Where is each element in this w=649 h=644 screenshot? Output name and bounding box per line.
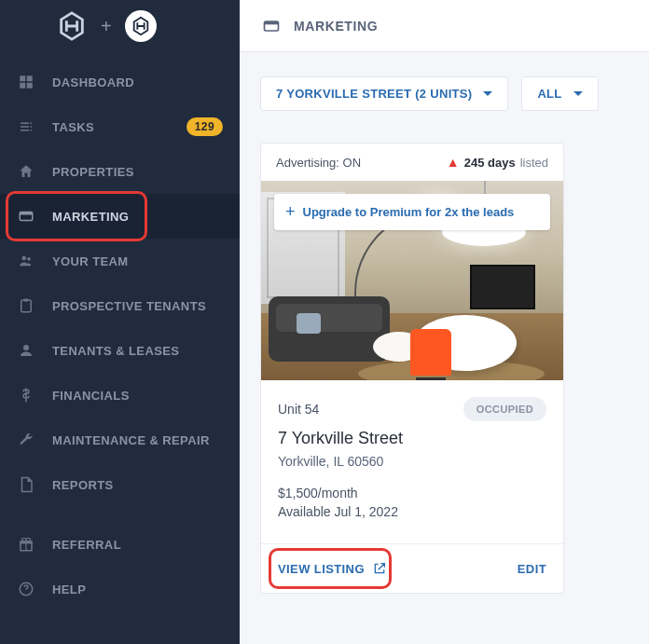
listing-photo: + Upgrade to Premium for 2x the leads <box>261 181 563 380</box>
sidebar-item-label: MAINTENANCE & REPAIR <box>52 433 210 447</box>
logo-area: + <box>0 0 240 52</box>
upgrade-label: Upgrade to Premium for 2x the leads <box>303 205 515 219</box>
sidebar-item-prospective-tenants[interactable]: PROSPECTIVE TENANTS <box>0 283 240 328</box>
team-icon <box>17 252 35 270</box>
gift-icon <box>17 535 35 554</box>
svg-rect-0 <box>20 75 25 81</box>
main-area: MARKETING 7 YORKVILLE STREET (2 UNITS) A… <box>240 0 649 644</box>
edit-button[interactable]: EDIT <box>518 562 546 576</box>
dollar-icon <box>17 386 35 404</box>
warning-icon: ▲ <box>447 155 460 170</box>
status-badge: OCCUPIED <box>463 397 546 421</box>
help-icon <box>17 580 35 598</box>
sidebar-item-tenants-leases[interactable]: TENANTS & LEASES <box>0 328 240 373</box>
view-listing-label: VIEW LISTING <box>278 562 365 576</box>
svg-rect-8 <box>21 300 32 312</box>
listed-info: ▲ 245 days listed <box>447 155 548 170</box>
listed-days: 245 days <box>464 156 516 170</box>
sidebar-nav: DASHBOARD TASKS 129 PROPERTIES MARKETING… <box>0 52 240 611</box>
svg-point-10 <box>23 345 29 350</box>
tasks-icon <box>17 117 35 136</box>
sidebar-item-label: MARKETING <box>52 210 129 224</box>
svg-rect-1 <box>27 75 33 81</box>
sidebar-item-financials[interactable]: FINANCIALS <box>0 373 240 418</box>
unit-label: Unit 54 <box>278 402 319 417</box>
sidebar-item-your-team[interactable]: YOUR TEAM <box>0 239 240 283</box>
sidebar-item-properties[interactable]: PROPERTIES <box>0 149 240 194</box>
clipboard-icon <box>17 296 35 315</box>
reports-icon <box>17 475 35 494</box>
logo-circle-icon <box>125 10 157 42</box>
property-filter-label: 7 YORKVILLE STREET (2 UNITS) <box>276 87 472 101</box>
sidebar: + DASHBOARD TASKS 129 PROPERTIES MARKETI… <box>0 0 240 644</box>
sidebar-item-label: PROPERTIES <box>52 165 134 179</box>
dashboard-icon <box>17 73 35 91</box>
listing-city: Yorkville, IL 60560 <box>278 454 546 469</box>
plus-icon: + <box>285 202 296 222</box>
property-filter[interactable]: 7 YORKVILLE STREET (2 UNITS) <box>260 76 508 111</box>
sidebar-item-label: HELP <box>52 582 86 596</box>
external-link-icon <box>372 561 387 576</box>
page-title: MARKETING <box>294 19 378 34</box>
logo-hexagon-icon <box>56 10 88 42</box>
unit-row: Unit 54 OCCUPIED <box>278 397 546 421</box>
filter-row: 7 YORKVILLE STREET (2 UNITS) ALL <box>260 76 628 111</box>
svg-point-7 <box>27 257 31 261</box>
sidebar-item-label: DASHBOARD <box>52 75 134 89</box>
sidebar-item-dashboard[interactable]: DASHBOARD <box>0 60 240 104</box>
listing-card: Advertising: ON ▲ 245 days listed <box>260 143 564 594</box>
sidebar-item-reports[interactable]: REPORTS <box>0 462 240 507</box>
sidebar-item-label: TASKS <box>52 120 94 134</box>
upgrade-banner[interactable]: + Upgrade to Premium for 2x the leads <box>274 194 550 230</box>
marketing-icon <box>262 17 281 35</box>
view-listing-button[interactable]: VIEW LISTING <box>278 561 387 576</box>
listing-address: 7 Yorkville Street <box>278 429 546 448</box>
chevron-down-icon <box>573 91 583 96</box>
logo-plus-icon: + <box>101 16 112 37</box>
sidebar-item-label: REFERRAL <box>52 538 121 552</box>
sidebar-item-label: REPORTS <box>52 478 114 492</box>
card-body: Unit 54 OCCUPIED 7 Yorkville Street York… <box>261 380 563 543</box>
marketing-icon <box>17 207 35 226</box>
advertising-status: Advertising: ON <box>276 156 361 170</box>
sidebar-item-maintenance[interactable]: MAINTENANCE & REPAIR <box>0 418 240 462</box>
svg-rect-5 <box>20 212 33 215</box>
listing-available: Available Jul 1, 2022 <box>278 504 546 519</box>
svg-rect-15 <box>265 21 279 24</box>
chevron-down-icon <box>483 91 492 96</box>
listing-price: $1,500/month <box>278 486 546 500</box>
svg-rect-9 <box>24 299 29 302</box>
home-icon <box>17 162 35 181</box>
sidebar-item-tasks[interactable]: TASKS 129 <box>0 104 240 149</box>
scope-filter-label: ALL <box>537 87 561 101</box>
sidebar-item-label: TENANTS & LEASES <box>52 344 179 358</box>
sidebar-item-label: YOUR TEAM <box>52 254 129 268</box>
svg-rect-3 <box>27 83 33 89</box>
content: 7 YORKVILLE STREET (2 UNITS) ALL Adverti… <box>240 52 649 618</box>
card-actions: VIEW LISTING EDIT <box>261 543 563 593</box>
listed-suffix: listed <box>520 156 548 170</box>
svg-point-6 <box>22 256 27 261</box>
sidebar-item-referral[interactable]: REFERRAL <box>0 522 240 567</box>
sidebar-item-label: FINANCIALS <box>52 389 130 403</box>
tasks-badge: 129 <box>186 117 223 136</box>
sidebar-item-marketing[interactable]: MARKETING <box>0 194 240 239</box>
card-header: Advertising: ON ▲ 245 days listed <box>261 144 563 181</box>
scope-filter[interactable]: ALL <box>521 76 598 111</box>
sidebar-item-label: PROSPECTIVE TENANTS <box>52 299 206 313</box>
tenants-icon <box>17 341 35 360</box>
topbar: MARKETING <box>240 0 649 52</box>
sidebar-item-help[interactable]: HELP <box>0 567 240 611</box>
svg-rect-2 <box>20 83 25 89</box>
wrench-icon <box>17 431 35 449</box>
